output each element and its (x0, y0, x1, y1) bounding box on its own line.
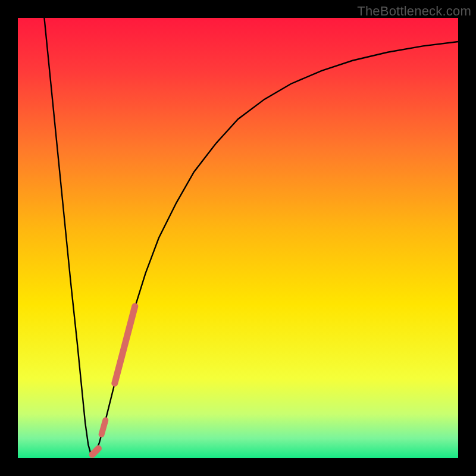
gradient-background (18, 18, 458, 458)
plot-area (18, 18, 458, 458)
highlight-dot-upper (102, 420, 106, 434)
chart-frame: TheBottleneck.com (0, 0, 476, 476)
highlight-dot-lower (92, 449, 98, 455)
watermark-text: TheBottleneck.com (357, 4, 471, 19)
chart-svg (18, 18, 458, 458)
